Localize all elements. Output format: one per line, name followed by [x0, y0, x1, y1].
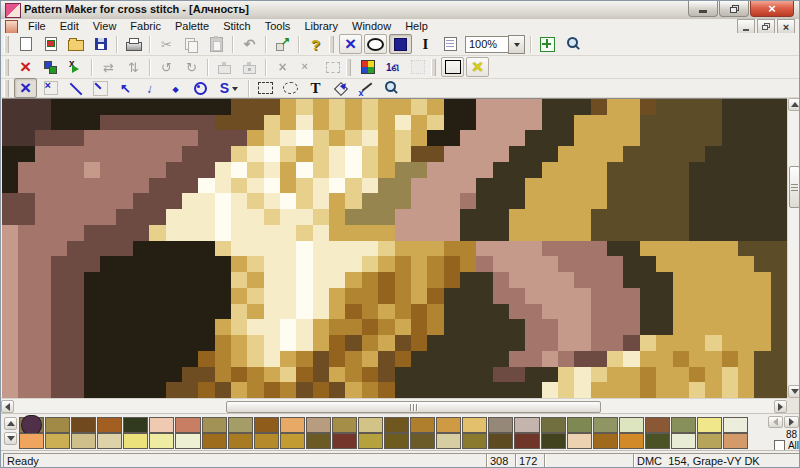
palette-swatch[interactable] [45, 417, 70, 433]
palette-swatch[interactable] [202, 417, 227, 433]
palette-swatch[interactable] [71, 433, 96, 449]
palette-swatch[interactable] [358, 433, 383, 449]
toolbar-button-print[interactable] [122, 34, 145, 54]
toolbar-button-quarter-stitch[interactable] [89, 78, 112, 98]
menu-item-window[interactable]: Window [345, 19, 398, 33]
palette-swatch[interactable] [593, 433, 618, 449]
mdi-close-button[interactable] [777, 19, 795, 34]
palette-up-button[interactable] [4, 417, 17, 430]
toolbar-grip[interactable] [431, 59, 436, 76]
mdi-minimize-button[interactable] [737, 19, 755, 34]
zoom-dropdown-button[interactable] [508, 35, 525, 54]
palette-swatch[interactable] [280, 433, 305, 449]
menu-item-help[interactable]: Help [398, 19, 435, 33]
palette-swatch[interactable] [514, 433, 539, 449]
toolbar-grip[interactable] [346, 59, 351, 76]
palette-swatch[interactable] [723, 417, 748, 433]
scroll-right-button[interactable] [774, 400, 787, 413]
palette-swatch[interactable] [280, 417, 305, 433]
restore-button[interactable] [719, 1, 749, 17]
minimize-button[interactable] [688, 1, 718, 17]
scroll-up-button[interactable] [788, 98, 800, 111]
palette-swatch[interactable] [723, 433, 748, 449]
palette-swatch[interactable] [175, 433, 200, 449]
palette-swatch[interactable] [384, 433, 409, 449]
palette-swatch[interactable] [541, 417, 566, 433]
toolbar-button-view-full-stitches[interactable] [339, 34, 362, 54]
toolbar-button-french-knot[interactable] [164, 78, 187, 98]
palette-swatch[interactable] [306, 433, 331, 449]
toolbar-button-save[interactable] [89, 34, 112, 54]
toolbar-button-straight-stitch[interactable] [139, 78, 162, 98]
palette-swatch[interactable] [202, 433, 227, 449]
toolbar-button-open[interactable] [64, 34, 87, 54]
toolbar-button-palette-colors[interactable] [356, 57, 379, 77]
toolbar-button-view-notes[interactable] [439, 34, 462, 54]
toolbar-button-number-symbols[interactable] [381, 57, 404, 77]
toolbar-button-view-symbols[interactable] [364, 34, 387, 54]
palette-down-button[interactable] [4, 432, 17, 445]
palette-swatch[interactable] [410, 433, 435, 449]
palette-swatch[interactable] [97, 433, 122, 449]
palette-swatch[interactable] [228, 433, 253, 449]
palette-swatch[interactable] [462, 433, 487, 449]
toolbar-button-view-solid[interactable] [389, 34, 412, 54]
palette-swatch[interactable] [332, 433, 357, 449]
toolbar-button-show-stitches[interactable] [466, 57, 489, 77]
palette-swatch[interactable] [149, 433, 174, 449]
toolbar-button-fill-tool[interactable] [329, 78, 352, 98]
menu-item-tools[interactable]: Tools [258, 19, 298, 33]
horizontal-scrollbar[interactable] [1, 398, 787, 413]
toolbar-button-delete-stitches[interactable] [14, 57, 37, 77]
palette-right-button[interactable] [784, 416, 799, 428]
palette-swatch[interactable] [436, 433, 461, 449]
toolbar-button-full-cross-stitch[interactable] [14, 78, 37, 98]
menu-item-palette[interactable]: Palette [168, 19, 216, 33]
toolbar-button-bead[interactable] [189, 78, 212, 98]
palette-swatch[interactable] [384, 417, 409, 433]
vertical-scrollbar[interactable] [787, 98, 800, 398]
palette-swatch[interactable] [488, 417, 513, 433]
palette-swatch[interactable] [697, 433, 722, 449]
menu-item-fabric[interactable]: Fabric [123, 19, 168, 33]
palette-swatch[interactable] [149, 417, 174, 433]
toolbar-button-view-information[interactable] [414, 34, 437, 54]
palette-swatch[interactable] [332, 417, 357, 433]
toolbar-button-back-stitch[interactable] [114, 78, 137, 98]
palette-swatch[interactable] [306, 417, 331, 433]
title-bar[interactable]: Pattern Maker for cross stitch - [Алчнос… [1, 1, 799, 20]
palette-swatch[interactable] [45, 433, 70, 449]
toolbar-button-help[interactable] [304, 34, 327, 54]
palette-swatch[interactable] [123, 433, 148, 449]
scroll-left-button[interactable] [1, 400, 14, 413]
toolbar-grip[interactable] [4, 80, 9, 97]
toolbar-button-swap-colors[interactable] [39, 57, 62, 77]
pattern-canvas[interactable] [2, 98, 787, 398]
toolbar-button-text-tool[interactable] [304, 78, 327, 98]
toolbar-button-show-grid[interactable] [441, 57, 464, 77]
palette-swatch[interactable] [671, 433, 696, 449]
palette-swatch-selected[interactable] [19, 417, 44, 433]
toolbar-button-new[interactable] [14, 34, 37, 54]
palette-swatch[interactable] [97, 417, 122, 433]
palette-swatch[interactable] [541, 433, 566, 449]
palette-swatch[interactable] [619, 417, 644, 433]
palette-swatch[interactable] [593, 417, 618, 433]
menu-item-stitch[interactable]: Stitch [216, 19, 258, 33]
toolbar-button-export[interactable] [271, 34, 294, 54]
palette-swatch[interactable] [567, 417, 592, 433]
palette-swatch[interactable] [671, 417, 696, 433]
menu-item-library[interactable]: Library [297, 19, 345, 33]
toolbar-button-special-stitch[interactable] [214, 78, 244, 98]
palette-swatch[interactable] [436, 417, 461, 433]
menu-item-edit[interactable]: Edit [53, 19, 86, 33]
toolbar-grip[interactable] [329, 36, 334, 53]
palette-swatch[interactable] [619, 433, 644, 449]
toolbar-button-fit-to-window[interactable] [536, 34, 559, 54]
palette-swatch[interactable] [645, 433, 670, 449]
toolbar-button-select-freehand[interactable] [279, 78, 302, 98]
horizontal-scroll-thumb[interactable] [226, 401, 601, 413]
toolbar-button-zoom-previous[interactable] [561, 34, 584, 54]
palette-swatch[interactable] [514, 417, 539, 433]
palette-swatch[interactable] [645, 417, 670, 433]
